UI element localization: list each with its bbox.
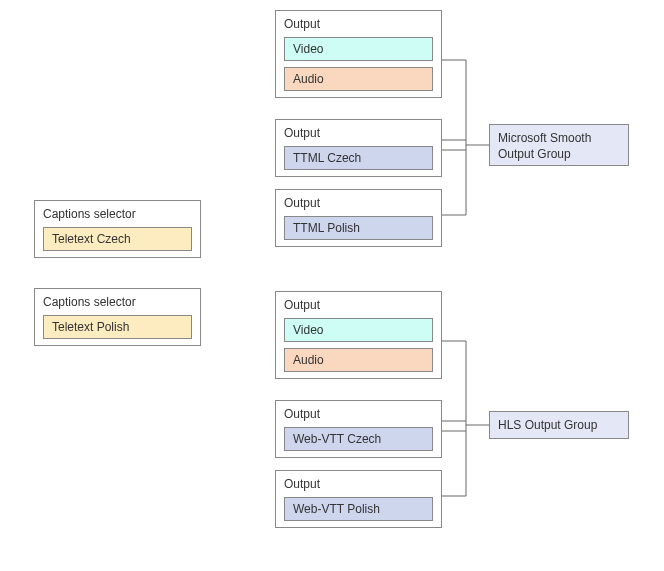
captions-selector-title: Captions selector (43, 207, 192, 221)
output-title: Output (284, 298, 433, 312)
output-title: Output (284, 126, 433, 140)
connector-lines (442, 10, 489, 250)
output-item-audio: Audio (284, 67, 433, 91)
output-title: Output (284, 196, 433, 210)
output-item-video: Video (284, 318, 433, 342)
captions-selector-box: Captions selector Teletext Polish (34, 288, 201, 346)
output-group-label: Microsoft Smooth Output Group (498, 131, 620, 162)
output-title: Output (284, 17, 433, 31)
output-box: Output Web-VTT Czech (275, 400, 442, 458)
output-item-ttml: TTML Polish (284, 216, 433, 240)
output-group-box: HLS Output Group (489, 411, 629, 439)
output-item-webvtt: Web-VTT Czech (284, 427, 433, 451)
captions-selector-item: Teletext Polish (43, 315, 192, 339)
output-box: Output Video Audio (275, 10, 442, 98)
output-item-webvtt: Web-VTT Polish (284, 497, 433, 521)
output-item-audio: Audio (284, 348, 433, 372)
output-box: Output TTML Polish (275, 189, 442, 247)
output-item-ttml: TTML Czech (284, 146, 433, 170)
captions-selector-item: Teletext Czech (43, 227, 192, 251)
output-box: Output TTML Czech (275, 119, 442, 177)
connector-lines (442, 291, 489, 531)
captions-selector-title: Captions selector (43, 295, 192, 309)
output-title: Output (284, 407, 433, 421)
output-item-video: Video (284, 37, 433, 61)
captions-selector-box: Captions selector Teletext Czech (34, 200, 201, 258)
output-box: Output Web-VTT Polish (275, 470, 442, 528)
output-title: Output (284, 477, 433, 491)
output-group-label: HLS Output Group (498, 418, 620, 432)
output-group-box: Microsoft Smooth Output Group (489, 124, 629, 166)
output-box: Output Video Audio (275, 291, 442, 379)
